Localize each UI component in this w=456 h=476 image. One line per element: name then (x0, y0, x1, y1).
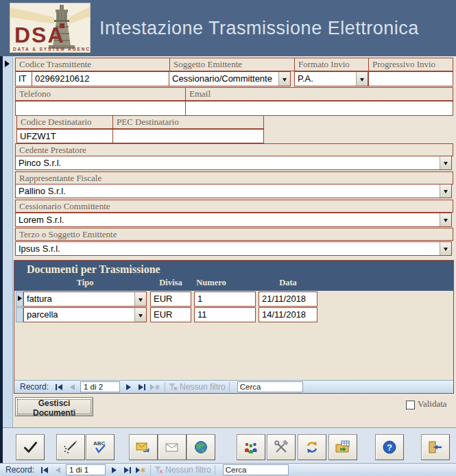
confirm-button[interactable] (16, 434, 45, 460)
first-record-button[interactable] (53, 382, 64, 392)
check-icon (21, 438, 39, 456)
subform-record-navigation: Record: 1 di 2 Nessun filtro (14, 380, 453, 393)
toolbar: ABC ? (0, 427, 456, 463)
dropdown-arrow-icon[interactable] (440, 242, 451, 255)
spellcheck-button[interactable]: ABC (86, 434, 115, 460)
row-selector[interactable] (16, 291, 23, 307)
column-header-data: Data (259, 278, 317, 288)
tipo-combobox-row1[interactable]: fattura (23, 291, 147, 307)
terzo-soggetto-emittente-combobox[interactable]: Ipsus S.r.l. (15, 241, 452, 256)
formato-invio-value: P.A. (295, 72, 313, 86)
next-record-button[interactable] (123, 382, 134, 392)
exit-button[interactable] (421, 434, 450, 460)
main-record-navigation: Record: 1 di 1 Nessun filtro (0, 463, 456, 476)
codice-trasmittente-prefix-field[interactable]: IT (15, 71, 32, 86)
soggetto-emittente-combobox[interactable]: Cessionario/Committente (169, 71, 291, 86)
contacts-button[interactable] (237, 434, 265, 460)
sync-arrows-icon (304, 439, 320, 455)
record-selector-bar[interactable] (3, 56, 13, 427)
codice-destinatario-field[interactable]: UFZW1T (16, 129, 113, 143)
terzo-soggetto-emittente-value: Ipsus S.r.l. (16, 242, 60, 255)
help-icon: ? (381, 439, 398, 455)
divisa-field-row1[interactable]: EUR (150, 291, 191, 307)
dropdown-arrow-icon[interactable] (440, 185, 451, 198)
logo-tagline-text: DATA & SYSTEM AGENCY (13, 47, 91, 51)
svg-text:?: ? (387, 442, 392, 453)
cessionario-committente-combobox[interactable]: Lorem S.r.l. (15, 213, 452, 227)
dropdown-arrow-icon[interactable] (356, 72, 368, 86)
pec-destinatario-label: PEC Destinatario (112, 115, 264, 129)
new-record-button[interactable] (149, 382, 160, 392)
cedente-prestatore-combobox[interactable]: Pinco S.r.l. (15, 156, 452, 170)
dropdown-arrow-icon[interactable] (134, 308, 146, 322)
dropdown-arrow-icon[interactable] (134, 292, 146, 306)
previous-record-button[interactable] (51, 465, 63, 475)
divider (150, 465, 151, 475)
divisa-field-row2[interactable]: EUR (150, 307, 191, 322)
record-position-box[interactable]: 1 di 1 (66, 464, 106, 475)
formato-invio-combobox[interactable]: P.A. (294, 71, 368, 86)
globe-icon (193, 439, 209, 455)
data-field-row1[interactable]: 21/11/2018 (259, 291, 317, 307)
subform-header: Documenti per Trasmissione Tipo Divisa N… (14, 261, 453, 291)
numero-field-row1[interactable]: 1 (194, 291, 256, 307)
web-button[interactable] (187, 434, 215, 460)
data-field-row2[interactable]: 14/11/2018 (259, 307, 317, 322)
first-record-button[interactable] (38, 465, 50, 475)
cedente-prestatore-value: Pinco S.r.l. (16, 156, 61, 169)
last-record-button[interactable] (136, 382, 147, 392)
row-selector[interactable] (16, 307, 23, 322)
help-button[interactable]: ? (375, 434, 404, 460)
formato-invio-label: Formato Invio (294, 58, 369, 71)
pec-destinatario-field[interactable] (112, 129, 264, 143)
current-record-arrow-icon (5, 60, 10, 67)
next-record-button[interactable] (108, 465, 120, 475)
search-input[interactable] (223, 464, 289, 475)
divider (215, 465, 215, 475)
wizard-button[interactable] (56, 434, 85, 460)
record-position-box[interactable]: 1 di 2 (80, 381, 120, 392)
numero-field-row2[interactable]: 11 (194, 307, 256, 322)
terzo-soggetto-emittente-label: Terzo o Soggetto Emittente (15, 228, 453, 241)
gestisci-documenti-button[interactable]: Gestisci Documenti (15, 397, 93, 416)
validata-checkbox[interactable] (406, 401, 415, 409)
sync-button[interactable] (298, 434, 326, 460)
access-form-window: DSA DATA & SYSTEM AGENCY Intestazione Tr… (0, 0, 456, 476)
validata-label: Validata (418, 398, 447, 409)
magic-wand-icon (62, 439, 79, 455)
last-record-button[interactable] (121, 465, 133, 475)
previous-record-button[interactable] (66, 382, 77, 392)
dropdown-arrow-icon[interactable] (440, 213, 451, 226)
email-field[interactable] (185, 101, 453, 116)
export-button[interactable] (328, 434, 357, 460)
codice-destinatario-label: Codice Destinatario (16, 115, 113, 129)
divider (229, 382, 230, 392)
tools-icon (273, 439, 289, 455)
mail-send-icon (135, 439, 152, 455)
progressivo-invio-field[interactable] (368, 71, 453, 86)
folder-table-icon (335, 439, 351, 455)
search-input[interactable] (237, 381, 303, 392)
rappresentante-fiscale-combobox[interactable]: Pallino S.r.l. (15, 184, 452, 198)
telefono-field[interactable] (15, 101, 186, 116)
subform-title: Documenti per Trasmissione (27, 263, 160, 276)
codice-trasmittente-label: Codice Trasmittente (15, 58, 170, 71)
soggetto-emittente-label: Soggetto Emittente (169, 58, 295, 71)
email-button[interactable] (158, 434, 187, 460)
tipo-value: parcella (24, 308, 58, 322)
abc-spellcheck-icon: ABC (92, 439, 108, 455)
new-record-button[interactable] (134, 465, 146, 475)
codice-trasmittente-field[interactable]: 02969210612 (32, 71, 169, 86)
send-mail-button[interactable] (129, 434, 158, 460)
rappresentante-fiscale-label: Rappresentante Fiscale (15, 171, 453, 185)
dropdown-arrow-icon[interactable] (278, 72, 290, 86)
column-header-tipo: Tipo (23, 278, 147, 288)
dropdown-arrow-icon[interactable] (440, 156, 451, 169)
filter-status: Nessun filtro (165, 465, 211, 475)
tools-button[interactable] (267, 434, 296, 460)
email-label: Email (185, 87, 453, 101)
progressivo-invio-label: Progressivo Invio (368, 58, 453, 71)
tipo-combobox-row2[interactable]: parcella (23, 307, 147, 322)
tipo-value: fattura (24, 292, 52, 306)
cessionario-committente-value: Lorem S.r.l. (16, 213, 64, 226)
